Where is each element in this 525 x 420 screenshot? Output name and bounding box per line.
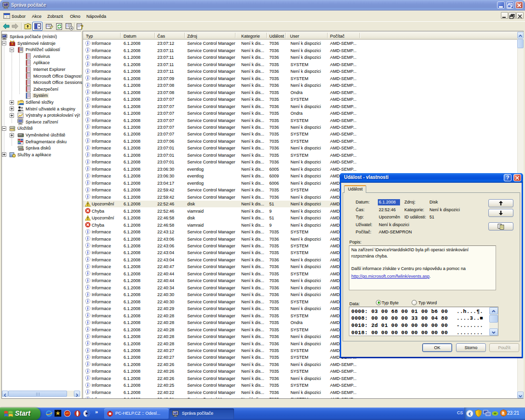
svg-text:?: ?	[81, 24, 83, 30]
svg-text:a: a	[502, 410, 505, 416]
